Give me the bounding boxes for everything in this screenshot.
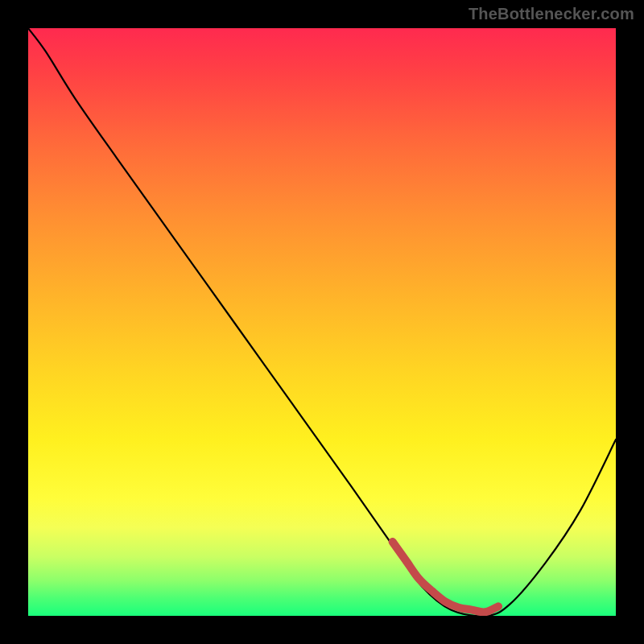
optimal-range-marker [393, 542, 498, 612]
bottleneck-curve [28, 28, 616, 616]
plot-area [28, 28, 616, 616]
curve-layer [28, 28, 616, 616]
chart-frame: TheBottlenecker.com [0, 0, 644, 644]
watermark-text: TheBottlenecker.com [469, 5, 634, 23]
